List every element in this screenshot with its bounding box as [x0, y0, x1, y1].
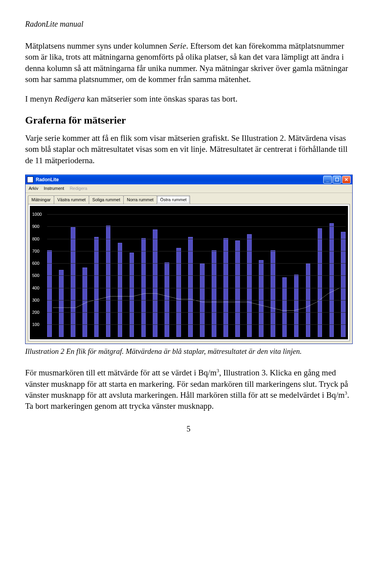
gridline: [47, 324, 346, 325]
text: Mätplatsens nummer syns under kolumnen: [25, 41, 169, 51]
bar[interactable]: [188, 237, 193, 337]
close-button[interactable]: ✕: [342, 176, 351, 184]
tab-bar: Mätningar Västra rummet Soliga rummet No…: [26, 193, 352, 204]
y-tick-label: 500: [32, 273, 39, 279]
bar-container: [47, 208, 346, 337]
bar[interactable]: [223, 238, 228, 337]
page-header: RadonLite manual: [25, 19, 352, 29]
text: kan mätserier som inte önskas sparas tas…: [85, 94, 238, 104]
y-tick-label: 600: [32, 260, 39, 266]
gridline: [47, 288, 346, 288]
paragraph-4: För musmarkören till ett mätvärde för at…: [25, 367, 352, 411]
bar[interactable]: [165, 262, 169, 337]
illustration-caption: Illustration 2 En flik för mätgraf. Mätv…: [25, 346, 352, 357]
gridline: [47, 312, 346, 313]
tab-soliga[interactable]: Soliga rummet: [89, 195, 124, 204]
y-tick-label: 700: [32, 248, 39, 254]
bar[interactable]: [94, 237, 99, 337]
y-tick-label: 800: [32, 236, 39, 242]
text: I menyn: [25, 94, 55, 104]
tab-vastra[interactable]: Västra rummet: [54, 195, 89, 204]
bar[interactable]: [235, 240, 240, 337]
paragraph-1: Mätplatsens nummer syns under kolumnen S…: [25, 40, 352, 85]
gridline: [47, 275, 346, 276]
menu-bar: Arkiv Instrument Redigera: [26, 184, 352, 193]
page-number: 5: [25, 424, 352, 434]
gridline: [47, 263, 346, 264]
tab-matningar[interactable]: Mätningar: [28, 195, 54, 204]
maximize-button[interactable]: ☐: [333, 176, 341, 184]
bar[interactable]: [118, 243, 123, 337]
bar[interactable]: [259, 260, 264, 337]
bar[interactable]: [153, 229, 157, 337]
text: För musmarkören till ett mätvärde för at…: [25, 368, 217, 377]
y-tick-label: 200: [32, 309, 39, 315]
section-heading: Graferna för mätserier: [25, 113, 352, 127]
minimize-button[interactable]: _: [323, 176, 332, 184]
tab-norra[interactable]: Norra rummet: [123, 195, 157, 204]
bar[interactable]: [318, 228, 322, 337]
y-tick-label: 100: [32, 322, 39, 328]
bar[interactable]: [329, 223, 334, 337]
y-tick-label: 400: [32, 285, 39, 291]
window-titlebar[interactable]: RadonLite _ ☐ ✕: [26, 175, 352, 184]
app-icon: [27, 177, 33, 183]
gridline: [47, 226, 346, 227]
bar[interactable]: [247, 234, 252, 337]
menu-redigera[interactable]: Redigera: [70, 186, 87, 191]
gridline: [47, 251, 346, 251]
serie-emph: Serie: [169, 41, 186, 51]
menu-instrument[interactable]: Instrument: [44, 186, 64, 191]
bar[interactable]: [294, 275, 299, 337]
tab-ostra[interactable]: Östra rummet: [157, 195, 190, 204]
paragraph-2: I menyn Redigera kan mätserier som inte …: [25, 93, 352, 104]
bar[interactable]: [141, 238, 146, 337]
redigera-emph: Redigera: [55, 94, 85, 104]
y-tick-label: 1000: [32, 211, 42, 217]
app-window: RadonLite _ ☐ ✕ Arkiv Instrument Rediger…: [25, 175, 353, 344]
y-tick-label: 300: [32, 297, 39, 303]
bar[interactable]: [71, 227, 75, 337]
bar[interactable]: [106, 226, 111, 337]
menu-arkiv[interactable]: Arkiv: [29, 186, 38, 191]
gridline: [47, 214, 346, 215]
window-title: RadonLite: [36, 177, 323, 183]
gridline: [47, 239, 346, 239]
bar[interactable]: [282, 277, 287, 337]
bar[interactable]: [82, 268, 87, 337]
bar[interactable]: [341, 232, 346, 337]
bar[interactable]: [176, 248, 181, 337]
chart-panel: 1002003004005006007008009001000: [28, 204, 350, 341]
paragraph-3: Varje serie kommer att få en flik som vi…: [25, 133, 352, 166]
gridline: [47, 300, 346, 300]
y-tick-label: 900: [32, 224, 39, 229]
chart-area[interactable]: 1002003004005006007008009001000: [30, 206, 348, 339]
bar[interactable]: [59, 270, 64, 337]
